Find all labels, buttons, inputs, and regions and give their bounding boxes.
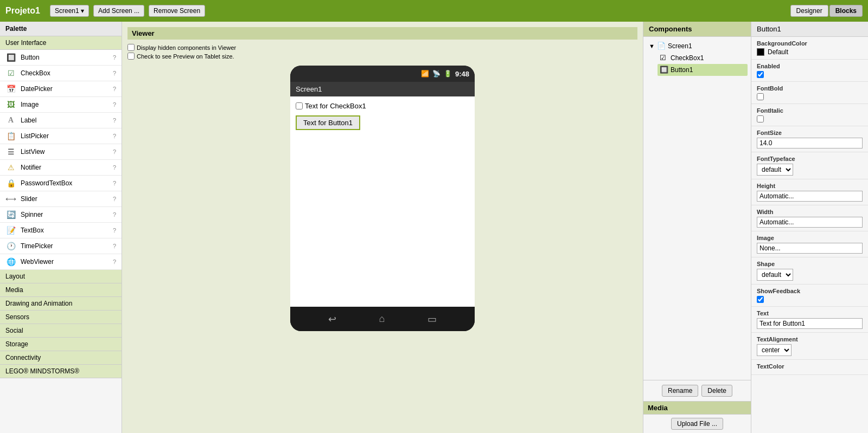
palette-help-image[interactable]: ?: [113, 101, 116, 108]
section-connectivity[interactable]: Connectivity: [0, 351, 122, 365]
tree-item-screen1[interactable]: ▼ 📄 Screen1: [647, 40, 748, 52]
prop-fontitalic: FontItalic: [751, 104, 868, 126]
palette-help-listpicker[interactable]: ?: [113, 133, 116, 139]
palette-help-notifier[interactable]: ?: [113, 164, 116, 171]
tablet-preview-checkbox[interactable]: [127, 53, 135, 60]
backgroundcolor-text: Default: [768, 48, 788, 56]
add-screen-button[interactable]: Add Screen ...: [93, 5, 144, 17]
notifier-icon: ⚠: [5, 162, 16, 173]
prop-value-textalignment: center: [757, 344, 863, 356]
palette-item-notifier[interactable]: ⚠ Notifier ?: [0, 160, 122, 176]
enabled-checkbox[interactable]: [757, 71, 764, 78]
prop-textcolor: TextColor: [751, 360, 868, 375]
timepicker-icon: 🕐: [5, 241, 16, 251]
display-hidden-option[interactable]: Display hidden components in Viewer: [127, 44, 637, 51]
phone-container: 📶 📡 🔋 9:48 Screen1 Text for CheckBox1 Te…: [127, 66, 637, 428]
prop-shape: Shape default: [751, 257, 868, 285]
palette-item-listpicker[interactable]: 📋 ListPicker ?: [0, 128, 122, 144]
wifi-icon: 📶: [421, 70, 429, 77]
palette-item-webviewer[interactable]: 🌐 WebViewer ?: [0, 254, 122, 270]
remove-screen-button[interactable]: Remove Screen: [149, 5, 205, 17]
section-media[interactable]: Media: [0, 283, 122, 297]
rename-button[interactable]: Rename: [662, 385, 698, 397]
palette-item-listview[interactable]: ☰ ListView ?: [0, 144, 122, 160]
signal-icon: 📡: [432, 70, 441, 77]
components-header: Components: [643, 22, 751, 37]
prop-label-text: Text: [757, 310, 863, 316]
palette-help-webviewer[interactable]: ?: [113, 258, 116, 265]
section-drawing-animation[interactable]: Drawing and Animation: [0, 297, 122, 311]
palette-help-slider[interactable]: ?: [113, 196, 116, 202]
tree-label-checkbox1: CheckBox1: [671, 54, 704, 62]
palette-item-slider[interactable]: ⟷ Slider ?: [0, 191, 122, 207]
palette-help-checkbox[interactable]: ?: [113, 70, 116, 76]
screen-selector[interactable]: Screen1 ▾: [50, 5, 89, 17]
palette-item-passwordtextbox[interactable]: 🔒 PasswordTextBox ?: [0, 176, 122, 191]
fonttypeface-select[interactable]: default: [757, 164, 793, 176]
checkbox-icon: ☑: [5, 68, 16, 79]
tree-toggle-screen1[interactable]: ▼: [649, 43, 655, 49]
phone-checkbox[interactable]: [296, 102, 303, 109]
palette-help-datepicker[interactable]: ?: [113, 86, 116, 92]
phone-title-bar: Screen1: [290, 82, 475, 96]
tree-label-screen1: Screen1: [668, 42, 692, 50]
components-panel: Components ▼ 📄 Screen1 ☑ CheckBox1 🔲 But…: [643, 22, 751, 433]
palette-label-listpicker: ListPicker: [21, 132, 113, 140]
prop-label-textcolor: TextColor: [757, 363, 863, 370]
palette-item-image[interactable]: 🖼 Image ?: [0, 97, 122, 113]
fontsize-input[interactable]: [757, 138, 863, 148]
image-input[interactable]: [757, 243, 863, 254]
palette-help-label[interactable]: ?: [113, 117, 116, 124]
showfeedback-checkbox[interactable]: [757, 296, 764, 303]
phone-button[interactable]: Text for Button1: [296, 115, 360, 130]
section-sensors[interactable]: Sensors: [0, 311, 122, 324]
section-user-interface[interactable]: User Interface: [0, 36, 122, 50]
palette-label-image: Image: [21, 101, 113, 108]
blocks-button[interactable]: Blocks: [829, 5, 863, 17]
section-storage[interactable]: Storage: [0, 338, 122, 351]
palette-label-webviewer: WebViewer: [21, 258, 113, 266]
fontitalic-checkbox[interactable]: [757, 115, 764, 122]
app-title: Projeto1: [5, 6, 40, 16]
palette-item-timepicker[interactable]: 🕐 TimePicker ?: [0, 238, 122, 254]
display-hidden-checkbox[interactable]: [127, 44, 135, 51]
designer-button[interactable]: Designer: [790, 5, 828, 17]
section-lego[interactable]: LEGO® MINDSTORMS®: [0, 365, 122, 378]
palette-help-listview[interactable]: ?: [113, 148, 116, 155]
width-input[interactable]: [757, 217, 863, 228]
upload-file-button[interactable]: Upload File ...: [671, 418, 723, 430]
status-time: 9:48: [455, 70, 469, 78]
textalignment-select[interactable]: center: [757, 344, 792, 356]
palette-item-button[interactable]: 🔲 Button ?: [0, 50, 122, 66]
prop-fontbold: FontBold: [751, 82, 868, 104]
prop-label-textalignment: TextAlignment: [757, 336, 863, 342]
palette-item-spinner[interactable]: 🔄 Spinner ?: [0, 207, 122, 223]
shape-select[interactable]: default: [757, 269, 793, 281]
palette-help-passwordtextbox[interactable]: ?: [113, 180, 116, 186]
tree-item-button1[interactable]: 🔲 Button1: [658, 64, 748, 76]
color-swatch-backgroundcolor[interactable]: [757, 48, 764, 56]
delete-button[interactable]: Delete: [701, 385, 732, 397]
prop-label-fontbold: FontBold: [757, 85, 863, 92]
section-layout[interactable]: Layout: [0, 270, 122, 283]
text-input[interactable]: [757, 318, 863, 329]
palette-help-spinner[interactable]: ?: [113, 211, 116, 218]
palette-help-button[interactable]: ?: [113, 54, 116, 61]
fontbold-checkbox[interactable]: [757, 93, 764, 100]
palette-help-textbox[interactable]: ?: [113, 227, 116, 234]
palette-label-button: Button: [21, 54, 113, 61]
palette-item-textbox[interactable]: 📝 TextBox ?: [0, 223, 122, 238]
section-social[interactable]: Social: [0, 324, 122, 338]
height-input[interactable]: [757, 191, 863, 202]
palette-item-checkbox[interactable]: ☑ CheckBox ?: [0, 66, 122, 81]
prop-value-text: [757, 318, 863, 329]
palette-item-label[interactable]: A Label ?: [0, 113, 122, 128]
tablet-preview-option[interactable]: Check to see Preview on Tablet size.: [127, 53, 637, 60]
viewer-panel: Viewer Display hidden components in View…: [122, 22, 643, 433]
media-header: Media: [643, 402, 751, 415]
prop-height: Height: [751, 179, 868, 205]
palette-help-timepicker[interactable]: ?: [113, 243, 116, 249]
palette-item-datepicker[interactable]: 📅 DatePicker ?: [0, 81, 122, 97]
tree-item-checkbox1[interactable]: ☑ CheckBox1: [658, 52, 748, 64]
prop-label-image: Image: [757, 235, 863, 241]
